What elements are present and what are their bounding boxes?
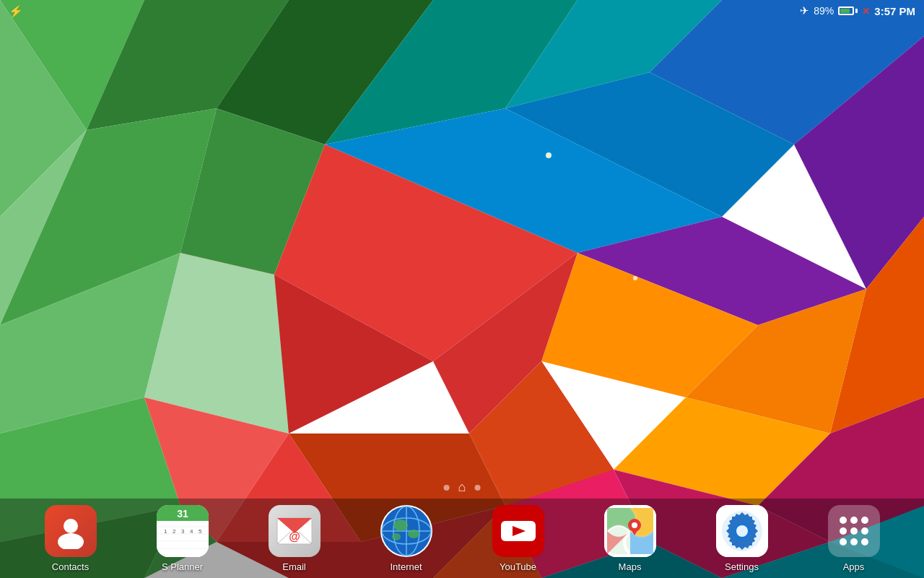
home-indicator[interactable]: ⌂ [458, 480, 466, 495]
splanner-app[interactable]: 31 1 2 3 4 5 S Planner [139, 505, 226, 572]
status-left: ⚡ [9, 4, 23, 18]
svg-point-84 [840, 527, 847, 535]
settings-app[interactable]: Settings [699, 505, 785, 572]
settings-icon [716, 505, 768, 557]
maps-app[interactable]: Maps [587, 505, 674, 572]
splanner-icon: 31 1 2 3 4 5 [157, 505, 209, 557]
maps-icon [604, 505, 656, 557]
network-icon: ✕ [862, 6, 870, 17]
svg-point-82 [850, 517, 858, 524]
page-dot-1[interactable] [444, 485, 450, 491]
svg-rect-44 [157, 521, 209, 557]
svg-point-86 [861, 527, 868, 535]
usb-icon: ⚡ [9, 4, 23, 18]
splanner-label: S Planner [162, 561, 203, 572]
contacts-icon [45, 505, 97, 557]
svg-point-79 [736, 525, 748, 537]
svg-point-39 [633, 276, 637, 280]
svg-text:3: 3 [181, 528, 185, 535]
page-dot-2[interactable] [474, 485, 480, 491]
email-label: Email [282, 561, 306, 572]
svg-point-88 [850, 538, 858, 545]
youtube-icon [492, 505, 544, 557]
svg-text:4: 4 [190, 528, 193, 535]
svg-text:@: @ [289, 530, 300, 543]
airplane-icon: ✈ [800, 4, 809, 17]
svg-text:5: 5 [199, 528, 202, 535]
svg-point-81 [840, 517, 847, 524]
svg-point-38 [546, 152, 552, 158]
svg-text:2: 2 [173, 528, 176, 535]
svg-point-64 [393, 519, 408, 531]
maps-label: Maps [619, 561, 642, 572]
apps-app[interactable]: Apps [811, 505, 897, 572]
svg-point-65 [408, 530, 419, 538]
internet-label: Internet [390, 561, 422, 572]
svg-point-40 [64, 519, 78, 533]
battery-percent: 89% [814, 5, 834, 17]
youtube-app[interactable]: YouTube [475, 505, 562, 572]
settings-label: Settings [725, 561, 759, 572]
internet-icon [380, 505, 432, 557]
email-app[interactable]: @ Email [251, 505, 338, 572]
contacts-app[interactable]: Contacts [27, 505, 114, 572]
svg-point-74 [632, 522, 637, 528]
status-bar: ⚡ ✈ 89% ✕ 3:57 PM [0, 0, 924, 22]
contacts-label: Contacts [52, 561, 89, 572]
apps-label: Apps [843, 561, 865, 572]
email-icon: @ [269, 505, 321, 557]
svg-point-66 [392, 533, 401, 540]
svg-point-87 [840, 538, 847, 545]
svg-point-41 [58, 533, 84, 549]
battery-icon [838, 7, 858, 15]
dock: Contacts 31 1 2 3 4 5 S [0, 499, 924, 578]
apps-icon [828, 505, 880, 557]
youtube-label: YouTube [500, 561, 536, 572]
page-indicators: ⌂ [444, 480, 481, 495]
svg-text:31: 31 [177, 508, 188, 519]
svg-point-89 [861, 538, 868, 545]
svg-point-85 [850, 527, 858, 535]
svg-point-83 [861, 517, 868, 524]
status-right: ✈ 89% ✕ 3:57 PM [800, 4, 915, 17]
internet-app[interactable]: Internet [363, 505, 450, 572]
svg-text:1: 1 [164, 528, 167, 535]
clock: 3:57 PM [874, 5, 915, 17]
